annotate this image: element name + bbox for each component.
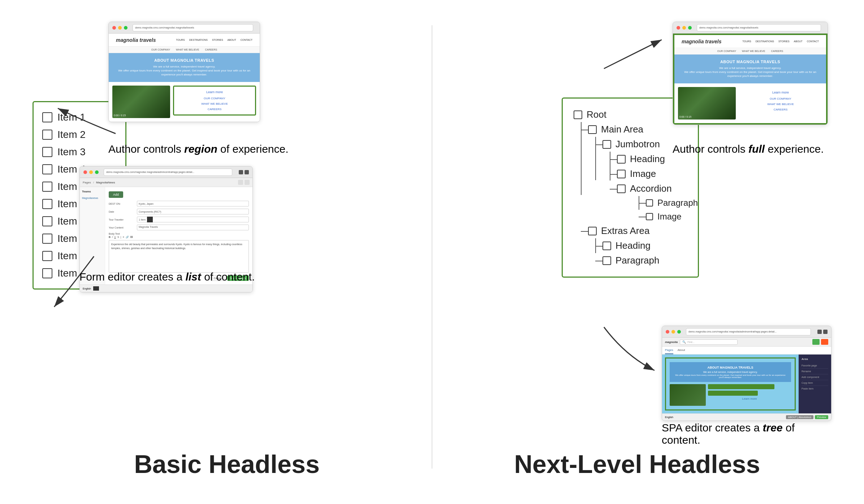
checkbox-8[interactable] bbox=[42, 234, 52, 244]
form-toolbar-sep: / bbox=[93, 181, 94, 184]
checkbox-1[interactable] bbox=[42, 112, 52, 122]
basic-headless-title: Basic Headless bbox=[134, 450, 320, 479]
form-sidebar: Teams Magnolianews bbox=[80, 187, 105, 284]
spa-panel-item-5[interactable]: Paste item bbox=[802, 386, 828, 391]
tree-horiz-line5 bbox=[610, 189, 617, 190]
date-input[interactable]: Components (RIC?) bbox=[137, 209, 249, 214]
tree-main-area: Main Area bbox=[588, 122, 687, 137]
browser-url-field3[interactable]: demo.magnolia-cms.com/magnolia/.magnolia… bbox=[697, 24, 821, 31]
browser-icon2 bbox=[245, 170, 249, 174]
tree-checkbox-image2[interactable] bbox=[646, 213, 653, 220]
dest-value: Kyoto, Japan bbox=[139, 203, 154, 205]
sub-nav-company-r: OUR COMPANY bbox=[717, 50, 736, 52]
spa-tab-about[interactable]: About bbox=[678, 347, 685, 354]
tree-extras-heading-label: Heading bbox=[615, 240, 651, 251]
spa-btn-2[interactable] bbox=[821, 339, 828, 345]
tree-checkbox-jumbotron[interactable] bbox=[602, 140, 611, 149]
spa-btn-1[interactable] bbox=[812, 339, 820, 345]
checkbox-3[interactable] bbox=[42, 147, 52, 157]
tree-horiz-line1 bbox=[581, 130, 588, 130]
browser-max-dot bbox=[124, 26, 128, 30]
browser-bar-upper-left: demo.magnolia-cms.com/magnolia/.magnolia… bbox=[109, 22, 260, 34]
hero-title-right: ABOUT MAGNOLIA TRAVELS bbox=[682, 60, 819, 64]
tree-vert-line3 bbox=[610, 152, 610, 181]
tree-checkbox-extras-heading[interactable] bbox=[602, 242, 611, 250]
tree-jumbotron-label: Jumbotron bbox=[615, 139, 660, 150]
form-tab-magnolia[interactable]: Magnolianews bbox=[82, 195, 103, 201]
dest-input[interactable]: Kyoto, Japan bbox=[137, 201, 249, 207]
caption-form-end: of content. bbox=[201, 271, 255, 283]
spa-panel-item-3[interactable]: Add component bbox=[802, 374, 828, 380]
nav-about-r: ABOUT bbox=[794, 40, 803, 43]
nav-about: ABOUT bbox=[228, 39, 236, 41]
spa-panel-item-2[interactable]: Rename bbox=[802, 369, 828, 374]
form-text-toolbar: B I U S | ≡ 🔗 🖼 bbox=[109, 236, 249, 239]
tree-checkbox-image[interactable] bbox=[617, 170, 626, 178]
spa-search[interactable]: 🔍 Find... bbox=[680, 339, 738, 345]
tree-image: Image bbox=[617, 166, 687, 181]
nav-stories-r: STORIES bbox=[778, 40, 790, 43]
spa-tab-pages[interactable]: Pages bbox=[665, 347, 673, 354]
spa-hero-section: ABOUT MAGNOLIA TRAVELS We are a full ser… bbox=[670, 362, 791, 382]
video-time-right: 0:00 / 0:15 bbox=[679, 116, 691, 118]
spa-search-placeholder: Find... bbox=[687, 341, 694, 343]
content-input[interactable]: Magnolia Travels bbox=[137, 225, 249, 230]
search-icon: 🔍 bbox=[682, 340, 686, 344]
full-green-box: magnolia travels TOURS DESTINATIONS STOR… bbox=[673, 34, 828, 125]
tree-checkbox-heading[interactable] bbox=[617, 155, 626, 164]
spa-hero-line1: We are a full service, independent trave… bbox=[673, 371, 787, 373]
site-video-right: 0:00 / 0:15 bbox=[678, 87, 736, 120]
browser-max-dot4 bbox=[677, 330, 681, 334]
form-action-2[interactable] bbox=[245, 180, 250, 185]
browser-url-field[interactable]: demo.magnolia-cms.com/magnolia/.magnolia… bbox=[133, 24, 253, 31]
nav-contact-r: CONTACT bbox=[807, 40, 819, 43]
checkbox-4[interactable] bbox=[42, 164, 52, 174]
body-textarea[interactable]: Experience the old beauty that permeates… bbox=[109, 240, 249, 273]
tree-horiz-line10 bbox=[595, 261, 602, 261]
tree-checkbox-main[interactable] bbox=[588, 125, 597, 134]
spa-panel-item-4[interactable]: Copy item bbox=[802, 380, 828, 386]
nav-tours-r: TOURS bbox=[742, 40, 751, 43]
tree-checkbox-extras[interactable] bbox=[588, 227, 597, 235]
tree-checkbox-paragraph[interactable] bbox=[646, 199, 653, 207]
spa-panel-item-1[interactable]: Favorite page bbox=[802, 363, 828, 369]
tree-paragraph-label: Paragraph bbox=[657, 198, 698, 208]
body-text: Experience the old beauty that permeates… bbox=[111, 243, 242, 249]
tour-input[interactable]: 1 item bbox=[137, 217, 249, 222]
tree-checkbox-accordion[interactable] bbox=[617, 184, 626, 193]
browser-close-dot2 bbox=[83, 170, 87, 174]
checkbox-7[interactable] bbox=[42, 216, 52, 226]
tree-checkbox-root[interactable] bbox=[574, 110, 582, 119]
upper-right-browser: demo.magnolia-cms.com/magnolia/.magnolia… bbox=[673, 22, 828, 125]
browser-url-field2[interactable]: demo.magnolia-cms.com/magnolia/.magnolia… bbox=[104, 169, 232, 176]
browser-url-field4[interactable]: demo.magnolia-cms.com/magnolia/.magnolia… bbox=[686, 328, 811, 335]
tree-accordion-children: Paragraph Image bbox=[646, 196, 687, 223]
form-action-1[interactable] bbox=[238, 180, 243, 185]
tree-extras-paragraph: Paragraph bbox=[602, 253, 687, 268]
checkbox-5[interactable] bbox=[42, 182, 52, 192]
toolbar-I: I bbox=[112, 236, 113, 239]
spa-action-2[interactable] bbox=[708, 391, 758, 396]
checkbox-10[interactable] bbox=[42, 268, 52, 278]
tree-paragraph: Paragraph bbox=[646, 196, 687, 210]
sub-nav: OUR COMPANY WHAT WE BELIEVE CAREERS bbox=[109, 47, 260, 53]
form-tab-active[interactable]: Teams bbox=[82, 190, 103, 193]
tour-icon bbox=[147, 217, 153, 222]
add-button[interactable]: Add bbox=[109, 191, 123, 198]
video-time: 0:00 / 0:15 bbox=[114, 114, 126, 117]
next-level-title: Next-Level Headless bbox=[514, 450, 760, 479]
spa-preview-button[interactable]: Preview bbox=[815, 415, 828, 419]
tree-level1: Main Area Jumbotron bbox=[588, 122, 687, 268]
spa-hero-line2: We offer unique tours from every contine… bbox=[673, 374, 787, 378]
website-content-upper-right: magnolia travels TOURS DESTINATIONS STOR… bbox=[674, 35, 826, 123]
checkbox-2[interactable] bbox=[42, 130, 52, 140]
checkbox-9[interactable] bbox=[42, 251, 52, 261]
checkbox-6[interactable] bbox=[42, 199, 52, 209]
caption-tree-bold: tree bbox=[763, 422, 783, 434]
form-toolbar-page: MagnoliaNews bbox=[96, 181, 115, 184]
tree-horiz-line4 bbox=[610, 174, 617, 175]
links-area: Learn more OUR COMPANY WHAT WE BELIEVE C… bbox=[173, 86, 256, 118]
spa-action-1[interactable] bbox=[708, 384, 774, 389]
right-half: Root Main Area Jumbotron bbox=[432, 14, 842, 490]
tree-checkbox-extras-paragraph[interactable] bbox=[602, 256, 611, 265]
